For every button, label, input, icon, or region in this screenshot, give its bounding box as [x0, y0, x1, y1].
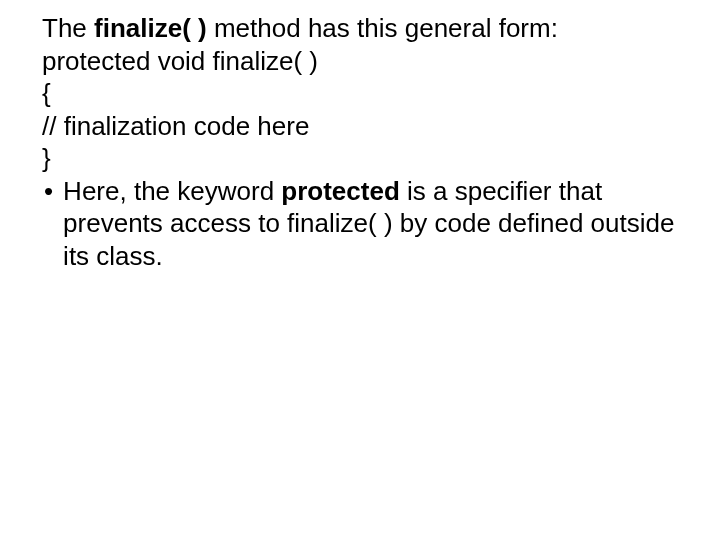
code-line-close-brace: }: [42, 142, 678, 175]
slide-content: The finalize( ) method has this general …: [42, 12, 678, 272]
intro-line: The finalize( ) method has this general …: [42, 12, 678, 45]
bullet-pre: Here, the keyword: [63, 176, 281, 206]
bullet-marker: •: [42, 175, 63, 208]
intro-bold: finalize( ): [94, 13, 214, 43]
intro-pre: The: [42, 13, 94, 43]
intro-post: method has this general form:: [214, 13, 558, 43]
code-line-open-brace: {: [42, 77, 678, 110]
code-line-comment: // finalization code here: [42, 110, 678, 143]
bullet-item: • Here, the keyword protected is a speci…: [42, 175, 678, 273]
code-line-signature: protected void finalize( ): [42, 45, 678, 78]
bullet-text: Here, the keyword protected is a specifi…: [63, 175, 678, 273]
bullet-bold: protected: [281, 176, 407, 206]
